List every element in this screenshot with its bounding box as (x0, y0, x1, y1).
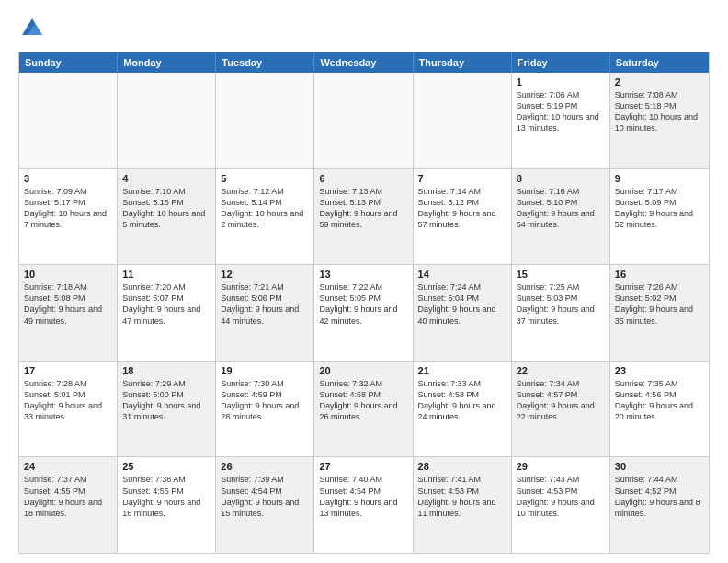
cal-cell-day-13: 13Sunrise: 7:22 AM Sunset: 5:05 PM Dayli… (314, 265, 413, 361)
day-number: 17 (24, 365, 112, 376)
day-number: 30 (615, 461, 704, 472)
day-number: 28 (418, 461, 506, 472)
cell-info: Sunrise: 7:37 AM Sunset: 4:55 PM Dayligh… (24, 474, 112, 519)
cal-cell-day-19: 19Sunrise: 7:30 AM Sunset: 4:59 PM Dayli… (216, 362, 314, 457)
cell-info: Sunrise: 7:09 AM Sunset: 5:17 PM Dayligh… (24, 186, 112, 231)
header-cell-thursday: Thursday (414, 52, 512, 73)
cal-row-4: 24Sunrise: 7:37 AM Sunset: 4:55 PM Dayli… (19, 457, 709, 553)
day-number: 27 (319, 461, 407, 472)
cal-cell-day-17: 17Sunrise: 7:28 AM Sunset: 5:01 PM Dayli… (19, 362, 118, 457)
cal-row-3: 17Sunrise: 7:28 AM Sunset: 5:01 PM Dayli… (19, 362, 709, 458)
calendar-header: SundayMondayTuesdayWednesdayThursdayFrid… (19, 52, 709, 73)
cell-info: Sunrise: 7:18 AM Sunset: 5:08 PM Dayligh… (24, 282, 112, 327)
day-number: 14 (418, 269, 506, 280)
cal-cell-day-15: 15Sunrise: 7:25 AM Sunset: 5:03 PM Dayli… (512, 265, 610, 361)
day-number: 19 (221, 365, 309, 376)
day-number: 15 (517, 269, 605, 280)
header-cell-wednesday: Wednesday (314, 52, 413, 73)
cell-info: Sunrise: 7:14 AM Sunset: 5:12 PM Dayligh… (418, 186, 506, 231)
cal-cell-day-27: 27Sunrise: 7:40 AM Sunset: 4:54 PM Dayli… (314, 457, 413, 553)
cal-cell-day-22: 22Sunrise: 7:34 AM Sunset: 4:57 PM Dayli… (512, 362, 610, 457)
cell-info: Sunrise: 7:29 AM Sunset: 5:00 PM Dayligh… (122, 378, 210, 423)
cell-info: Sunrise: 7:10 AM Sunset: 5:15 PM Dayligh… (122, 186, 210, 231)
day-number: 12 (221, 269, 309, 280)
cal-cell-day-24: 24Sunrise: 7:37 AM Sunset: 4:55 PM Dayli… (19, 457, 118, 553)
cal-cell-day-5: 5Sunrise: 7:12 AM Sunset: 5:14 PM Daylig… (216, 169, 314, 265)
cal-cell-empty (216, 73, 314, 168)
cell-info: Sunrise: 7:17 AM Sunset: 5:09 PM Dayligh… (615, 186, 704, 231)
cal-cell-empty (118, 73, 216, 168)
cal-cell-day-8: 8Sunrise: 7:16 AM Sunset: 5:10 PM Daylig… (512, 169, 610, 265)
cal-cell-day-20: 20Sunrise: 7:32 AM Sunset: 4:58 PM Dayli… (314, 362, 413, 457)
cal-cell-day-3: 3Sunrise: 7:09 AM Sunset: 5:17 PM Daylig… (19, 169, 118, 265)
cal-cell-day-6: 6Sunrise: 7:13 AM Sunset: 5:13 PM Daylig… (314, 169, 413, 265)
cal-cell-day-4: 4Sunrise: 7:10 AM Sunset: 5:15 PM Daylig… (118, 169, 216, 265)
cell-info: Sunrise: 7:44 AM Sunset: 4:52 PM Dayligh… (615, 474, 704, 519)
cal-cell-day-7: 7Sunrise: 7:14 AM Sunset: 5:12 PM Daylig… (414, 169, 512, 265)
cell-info: Sunrise: 7:21 AM Sunset: 5:06 PM Dayligh… (221, 282, 309, 327)
cell-info: Sunrise: 7:06 AM Sunset: 5:19 PM Dayligh… (517, 89, 605, 134)
cal-cell-day-18: 18Sunrise: 7:29 AM Sunset: 5:00 PM Dayli… (118, 362, 216, 457)
cell-info: Sunrise: 7:40 AM Sunset: 4:54 PM Dayligh… (319, 474, 407, 519)
cal-row-1: 3Sunrise: 7:09 AM Sunset: 5:17 PM Daylig… (19, 169, 709, 266)
day-number: 22 (517, 365, 605, 376)
header-cell-monday: Monday (118, 52, 216, 73)
day-number: 10 (24, 269, 112, 280)
cell-info: Sunrise: 7:32 AM Sunset: 4:58 PM Dayligh… (319, 378, 407, 423)
cal-row-2: 10Sunrise: 7:18 AM Sunset: 5:08 PM Dayli… (19, 265, 709, 362)
day-number: 25 (122, 461, 210, 472)
cell-info: Sunrise: 7:25 AM Sunset: 5:03 PM Dayligh… (517, 282, 605, 327)
header-cell-tuesday: Tuesday (216, 52, 314, 73)
cal-cell-day-11: 11Sunrise: 7:20 AM Sunset: 5:07 PM Dayli… (118, 265, 216, 361)
logo (18, 15, 50, 42)
header (18, 15, 710, 42)
cal-cell-empty (19, 73, 118, 168)
day-number: 3 (24, 173, 112, 184)
cal-cell-day-9: 9Sunrise: 7:17 AM Sunset: 5:09 PM Daylig… (610, 169, 709, 265)
cell-info: Sunrise: 7:38 AM Sunset: 4:55 PM Dayligh… (122, 474, 210, 519)
day-number: 21 (418, 365, 506, 376)
day-number: 13 (319, 269, 407, 280)
day-number: 4 (122, 173, 210, 184)
day-number: 23 (615, 365, 704, 376)
day-number: 24 (24, 461, 112, 472)
cal-cell-day-14: 14Sunrise: 7:24 AM Sunset: 5:04 PM Dayli… (414, 265, 512, 361)
day-number: 16 (615, 269, 704, 280)
cal-cell-day-26: 26Sunrise: 7:39 AM Sunset: 4:54 PM Dayli… (216, 457, 314, 553)
logo-icon (18, 15, 46, 42)
header-cell-saturday: Saturday (610, 52, 709, 73)
day-number: 20 (319, 365, 407, 376)
cell-info: Sunrise: 7:35 AM Sunset: 4:56 PM Dayligh… (615, 378, 704, 423)
day-number: 6 (319, 173, 407, 184)
cell-info: Sunrise: 7:34 AM Sunset: 4:57 PM Dayligh… (517, 378, 605, 423)
cell-info: Sunrise: 7:16 AM Sunset: 5:10 PM Dayligh… (517, 186, 605, 231)
cal-cell-empty (314, 73, 413, 168)
cal-cell-empty (414, 73, 512, 168)
cell-info: Sunrise: 7:08 AM Sunset: 5:18 PM Dayligh… (615, 89, 704, 134)
cell-info: Sunrise: 7:41 AM Sunset: 4:53 PM Dayligh… (418, 474, 506, 519)
cal-cell-day-29: 29Sunrise: 7:43 AM Sunset: 4:53 PM Dayli… (512, 457, 610, 553)
cell-info: Sunrise: 7:26 AM Sunset: 5:02 PM Dayligh… (615, 282, 704, 327)
cell-info: Sunrise: 7:33 AM Sunset: 4:58 PM Dayligh… (418, 378, 506, 423)
cal-row-0: 1Sunrise: 7:06 AM Sunset: 5:19 PM Daylig… (19, 73, 709, 169)
day-number: 2 (615, 76, 704, 87)
cell-info: Sunrise: 7:13 AM Sunset: 5:13 PM Dayligh… (319, 186, 407, 231)
cal-cell-day-23: 23Sunrise: 7:35 AM Sunset: 4:56 PM Dayli… (610, 362, 709, 457)
cell-info: Sunrise: 7:20 AM Sunset: 5:07 PM Dayligh… (122, 282, 210, 327)
day-number: 1 (517, 76, 605, 87)
day-number: 26 (221, 461, 309, 472)
header-cell-friday: Friday (512, 52, 610, 73)
cal-cell-day-10: 10Sunrise: 7:18 AM Sunset: 5:08 PM Dayli… (19, 265, 118, 361)
cal-cell-day-16: 16Sunrise: 7:26 AM Sunset: 5:02 PM Dayli… (610, 265, 709, 361)
page: SundayMondayTuesdayWednesdayThursdayFrid… (0, 0, 728, 563)
day-number: 7 (418, 173, 506, 184)
day-number: 29 (517, 461, 605, 472)
cal-cell-day-1: 1Sunrise: 7:06 AM Sunset: 5:19 PM Daylig… (512, 73, 610, 168)
calendar-body: 1Sunrise: 7:06 AM Sunset: 5:19 PM Daylig… (19, 73, 709, 553)
day-number: 11 (122, 269, 210, 280)
cal-cell-day-30: 30Sunrise: 7:44 AM Sunset: 4:52 PM Dayli… (610, 457, 709, 553)
cell-info: Sunrise: 7:24 AM Sunset: 5:04 PM Dayligh… (418, 282, 506, 327)
day-number: 8 (517, 173, 605, 184)
cal-cell-day-28: 28Sunrise: 7:41 AM Sunset: 4:53 PM Dayli… (414, 457, 512, 553)
cell-info: Sunrise: 7:22 AM Sunset: 5:05 PM Dayligh… (319, 282, 407, 327)
